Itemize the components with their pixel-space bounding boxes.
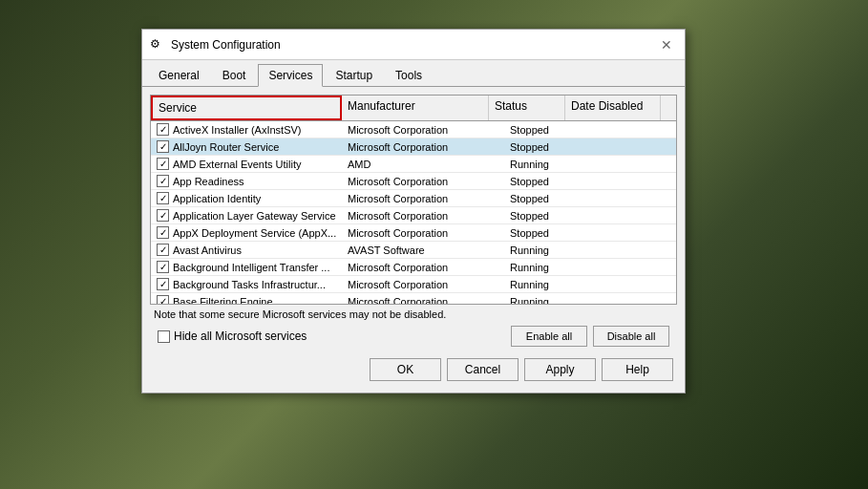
service-checkbox[interactable]	[157, 244, 169, 256]
note-text: Note that some secure Microsoft services…	[150, 305, 677, 322]
tab-general[interactable]: General	[148, 64, 210, 86]
service-name-cell: Application Identity	[151, 190, 342, 206]
service-name-cell: Background Tasks Infrastructur...	[151, 276, 342, 292]
services-table: Service Manufacturer Status Date Disable…	[150, 95, 677, 305]
table-row[interactable]: Background Tasks Infrastructur... Micros…	[151, 276, 676, 293]
date-cell	[581, 259, 676, 275]
hide-microsoft-row: Hide all Microsoft services	[154, 328, 310, 345]
table-row[interactable]: ActiveX Installer (AxInstSV) Microsoft C…	[151, 121, 676, 138]
status-cell: Stopped	[504, 224, 581, 241]
date-cell	[581, 242, 676, 258]
service-checkbox[interactable]	[157, 209, 169, 222]
enable-all-button[interactable]: Enable all	[511, 326, 587, 347]
status-cell: Stopped	[504, 138, 581, 155]
service-checkbox[interactable]	[157, 158, 169, 170]
service-name-cell: App Readiness	[151, 173, 342, 189]
table-body[interactable]: ActiveX Installer (AxInstSV) Microsoft C…	[151, 121, 676, 304]
manufacturer-cell: Microsoft Corporation	[342, 259, 504, 275]
date-cell	[581, 138, 676, 155]
hide-microsoft-label: Hide all Microsoft services	[174, 330, 307, 343]
service-checkbox[interactable]	[157, 295, 169, 304]
date-cell	[581, 156, 676, 172]
system-config-window: ⚙ System Configuration ✕ General Boot Se…	[141, 29, 686, 393]
table-row[interactable]: AllJoyn Router Service Microsoft Corpora…	[151, 138, 676, 156]
service-checkbox[interactable]	[157, 123, 169, 136]
table-row[interactable]: AMD External Events Utility AMD Running	[151, 156, 676, 173]
apply-button[interactable]: Apply	[524, 358, 596, 381]
manufacturer-cell: Microsoft Corporation	[342, 121, 504, 138]
manufacturer-cell: Microsoft Corporation	[342, 173, 504, 189]
service-checkbox[interactable]	[157, 175, 169, 187]
tab-startup[interactable]: Startup	[325, 64, 383, 86]
service-name-cell: AllJoyn Router Service	[151, 138, 342, 155]
cancel-button[interactable]: Cancel	[447, 358, 519, 381]
date-cell	[581, 207, 676, 223]
service-name-cell: AMD External Events Utility	[151, 156, 342, 172]
table-row[interactable]: AppX Deployment Service (AppX... Microso…	[151, 224, 676, 242]
date-cell	[581, 276, 676, 292]
hide-microsoft-checkbox[interactable]	[158, 330, 170, 343]
table-row[interactable]: Base Filtering Engine Microsoft Corporat…	[151, 293, 676, 304]
status-cell: Running	[504, 293, 581, 304]
status-cell: Stopped	[504, 121, 581, 138]
status-cell: Stopped	[504, 173, 581, 189]
status-cell: Stopped	[504, 207, 581, 223]
service-name-cell: Application Layer Gateway Service	[151, 207, 342, 223]
status-cell: Running	[504, 242, 581, 258]
tab-boot[interactable]: Boot	[212, 64, 257, 86]
status-cell: Running	[504, 259, 581, 275]
help-button[interactable]: Help	[602, 358, 673, 381]
col-manufacturer[interactable]: Manufacturer	[342, 96, 489, 120]
manufacturer-cell: AMD	[342, 156, 504, 172]
title-bar: ⚙ System Configuration ✕	[142, 30, 685, 60]
date-cell	[581, 121, 676, 138]
service-checkbox[interactable]	[157, 261, 169, 273]
status-cell: Running	[504, 276, 581, 292]
action-buttons: OK Cancel Apply Help	[150, 351, 677, 385]
service-name-cell: Base Filtering Engine	[151, 293, 342, 304]
service-name-cell: ActiveX Installer (AxInstSV)	[151, 121, 342, 138]
tab-tools[interactable]: Tools	[385, 64, 433, 86]
table-header: Service Manufacturer Status Date Disable…	[151, 96, 676, 121]
manufacturer-cell: Microsoft Corporation	[342, 276, 504, 292]
window-icon: ⚙	[150, 37, 165, 53]
manufacturer-cell: Microsoft Corporation	[342, 207, 504, 223]
manufacturer-cell: Microsoft Corporation	[342, 190, 504, 206]
date-cell	[581, 224, 676, 241]
date-cell	[581, 190, 676, 206]
table-row[interactable]: Application Layer Gateway Service Micros…	[151, 207, 676, 224]
status-cell: Stopped	[504, 190, 581, 206]
tab-services[interactable]: Services	[258, 64, 323, 87]
ok-button[interactable]: OK	[370, 358, 441, 381]
status-cell: Running	[504, 156, 581, 172]
service-checkbox[interactable]	[157, 226, 169, 239]
table-row[interactable]: Background Intelligent Transfer ... Micr…	[151, 259, 676, 276]
table-row[interactable]: Avast Antivirus AVAST Software Running	[151, 242, 676, 259]
tabs-bar: General Boot Services Startup Tools	[142, 60, 685, 87]
col-status[interactable]: Status	[489, 96, 565, 120]
date-cell	[581, 173, 676, 189]
service-name-cell: Background Intelligent Transfer ...	[151, 259, 342, 275]
col-service[interactable]: Service	[151, 96, 342, 120]
date-cell	[581, 293, 676, 304]
service-name-cell: Avast Antivirus	[151, 242, 342, 258]
close-button[interactable]: ✕	[656, 35, 677, 54]
table-row[interactable]: Application Identity Microsoft Corporati…	[151, 190, 676, 207]
manufacturer-cell: Microsoft Corporation	[342, 224, 504, 241]
service-checkbox[interactable]	[157, 140, 169, 153]
service-checkbox[interactable]	[157, 278, 169, 290]
disable-all-button[interactable]: Disable all	[593, 326, 669, 347]
service-checkbox[interactable]	[157, 192, 169, 204]
service-name-cell: AppX Deployment Service (AppX...	[151, 224, 342, 241]
col-date[interactable]: Date Disabled	[565, 96, 661, 120]
manufacturer-cell: Microsoft Corporation	[342, 293, 504, 304]
col-scrollbar-placeholder	[661, 96, 676, 120]
tab-content: Service Manufacturer Status Date Disable…	[142, 87, 685, 393]
table-row[interactable]: App Readiness Microsoft Corporation Stop…	[151, 173, 676, 190]
enable-disable-buttons: Enable all Disable all	[507, 324, 673, 349]
manufacturer-cell: Microsoft Corporation	[342, 138, 504, 155]
window-title: System Configuration	[171, 38, 281, 52]
title-bar-left: ⚙ System Configuration	[150, 37, 281, 53]
manufacturer-cell: AVAST Software	[342, 242, 504, 258]
